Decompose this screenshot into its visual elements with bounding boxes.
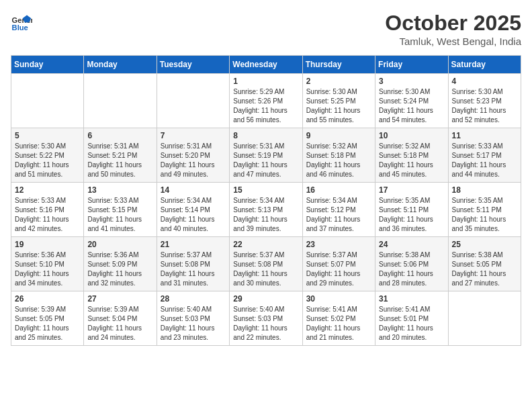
day-number: 25 xyxy=(452,240,517,249)
day-cell: 25Sunrise: 5:38 AM Sunset: 5:05 PM Dayli… xyxy=(448,237,521,291)
day-info: Sunrise: 5:37 AM Sunset: 5:08 PM Dayligh… xyxy=(233,250,298,288)
weekday-header-tuesday: Tuesday xyxy=(157,56,229,74)
day-info: Sunrise: 5:34 AM Sunset: 5:13 PM Dayligh… xyxy=(233,196,298,234)
day-info: Sunrise: 5:31 AM Sunset: 5:21 PM Dayligh… xyxy=(87,142,152,179)
day-info: Sunrise: 5:33 AM Sunset: 5:16 PM Dayligh… xyxy=(15,196,80,234)
day-info: Sunrise: 5:30 AM Sunset: 5:23 PM Dayligh… xyxy=(452,87,517,125)
day-number: 21 xyxy=(161,240,226,249)
day-cell: 19Sunrise: 5:36 AM Sunset: 5:10 PM Dayli… xyxy=(11,237,84,291)
day-info: Sunrise: 5:37 AM Sunset: 5:08 PM Dayligh… xyxy=(161,250,226,288)
page-header: General Blue October 2025 Tamluk, West B… xyxy=(11,11,521,47)
day-number: 22 xyxy=(233,240,298,249)
day-info: Sunrise: 5:38 AM Sunset: 5:05 PM Dayligh… xyxy=(452,250,517,288)
day-info: Sunrise: 5:36 AM Sunset: 5:09 PM Dayligh… xyxy=(87,250,152,288)
day-cell: 28Sunrise: 5:40 AM Sunset: 5:03 PM Dayli… xyxy=(157,291,229,346)
day-cell: 3Sunrise: 5:30 AM Sunset: 5:24 PM Daylig… xyxy=(375,74,448,128)
day-info: Sunrise: 5:39 AM Sunset: 5:04 PM Dayligh… xyxy=(87,305,152,342)
day-info: Sunrise: 5:30 AM Sunset: 5:24 PM Dayligh… xyxy=(379,87,444,125)
day-cell: 5Sunrise: 5:30 AM Sunset: 5:22 PM Daylig… xyxy=(11,128,84,183)
day-number: 20 xyxy=(87,240,152,249)
day-info: Sunrise: 5:41 AM Sunset: 5:02 PM Dayligh… xyxy=(306,305,371,342)
day-cell: 15Sunrise: 5:34 AM Sunset: 5:13 PM Dayli… xyxy=(230,183,302,237)
day-cell: 27Sunrise: 5:39 AM Sunset: 5:04 PM Dayli… xyxy=(84,291,157,346)
day-number: 8 xyxy=(233,131,298,140)
day-cell: 10Sunrise: 5:32 AM Sunset: 5:18 PM Dayli… xyxy=(375,128,448,183)
day-info: Sunrise: 5:34 AM Sunset: 5:12 PM Dayligh… xyxy=(306,196,371,234)
day-cell xyxy=(448,291,521,346)
day-cell: 6Sunrise: 5:31 AM Sunset: 5:21 PM Daylig… xyxy=(84,128,157,183)
day-cell: 26Sunrise: 5:39 AM Sunset: 5:05 PM Dayli… xyxy=(11,291,84,346)
day-number: 9 xyxy=(306,131,371,140)
day-info: Sunrise: 5:33 AM Sunset: 5:17 PM Dayligh… xyxy=(452,142,517,179)
day-number: 14 xyxy=(161,185,226,195)
day-cell: 14Sunrise: 5:34 AM Sunset: 5:14 PM Dayli… xyxy=(157,183,229,237)
day-cell: 16Sunrise: 5:34 AM Sunset: 5:12 PM Dayli… xyxy=(302,183,375,237)
day-cell: 18Sunrise: 5:35 AM Sunset: 5:11 PM Dayli… xyxy=(448,183,521,237)
week-row-2: 5Sunrise: 5:30 AM Sunset: 5:22 PM Daylig… xyxy=(11,128,521,183)
day-info: Sunrise: 5:40 AM Sunset: 5:03 PM Dayligh… xyxy=(161,305,226,342)
day-cell xyxy=(11,74,84,128)
day-number: 19 xyxy=(15,240,80,249)
weekday-header-friday: Friday xyxy=(375,56,448,74)
day-cell xyxy=(84,74,157,128)
day-cell: 11Sunrise: 5:33 AM Sunset: 5:17 PM Dayli… xyxy=(448,128,521,183)
day-number: 12 xyxy=(15,185,80,195)
day-info: Sunrise: 5:36 AM Sunset: 5:10 PM Dayligh… xyxy=(15,250,80,288)
weekday-header-saturday: Saturday xyxy=(448,56,521,74)
day-number: 16 xyxy=(306,185,371,195)
month-title: October 2025 xyxy=(385,11,521,36)
day-cell: 24Sunrise: 5:38 AM Sunset: 5:06 PM Dayli… xyxy=(375,237,448,291)
day-number: 17 xyxy=(379,185,444,195)
day-info: Sunrise: 5:33 AM Sunset: 5:15 PM Dayligh… xyxy=(87,196,152,234)
day-cell: 2Sunrise: 5:30 AM Sunset: 5:25 PM Daylig… xyxy=(302,74,375,128)
day-number: 10 xyxy=(379,131,444,140)
day-number: 11 xyxy=(452,131,517,140)
day-number: 31 xyxy=(379,294,444,304)
day-cell: 30Sunrise: 5:41 AM Sunset: 5:02 PM Dayli… xyxy=(302,291,375,346)
day-cell: 13Sunrise: 5:33 AM Sunset: 5:15 PM Dayli… xyxy=(84,183,157,237)
week-row-3: 12Sunrise: 5:33 AM Sunset: 5:16 PM Dayli… xyxy=(11,183,521,237)
day-cell: 29Sunrise: 5:40 AM Sunset: 5:03 PM Dayli… xyxy=(230,291,302,346)
day-cell: 20Sunrise: 5:36 AM Sunset: 5:09 PM Dayli… xyxy=(84,237,157,291)
day-info: Sunrise: 5:38 AM Sunset: 5:06 PM Dayligh… xyxy=(379,250,444,288)
day-info: Sunrise: 5:40 AM Sunset: 5:03 PM Dayligh… xyxy=(233,305,298,342)
day-info: Sunrise: 5:31 AM Sunset: 5:20 PM Dayligh… xyxy=(161,142,226,179)
day-cell: 9Sunrise: 5:32 AM Sunset: 5:18 PM Daylig… xyxy=(302,128,375,183)
day-number: 4 xyxy=(452,77,517,86)
day-number: 28 xyxy=(161,294,226,304)
logo-icon: General Blue xyxy=(11,11,32,32)
day-cell: 1Sunrise: 5:29 AM Sunset: 5:26 PM Daylig… xyxy=(230,74,302,128)
day-number: 1 xyxy=(233,77,298,86)
day-cell: 31Sunrise: 5:41 AM Sunset: 5:01 PM Dayli… xyxy=(375,291,448,346)
week-row-1: 1Sunrise: 5:29 AM Sunset: 5:26 PM Daylig… xyxy=(11,74,521,128)
day-number: 2 xyxy=(306,77,371,86)
weekday-header-thursday: Thursday xyxy=(302,56,375,74)
day-cell: 7Sunrise: 5:31 AM Sunset: 5:20 PM Daylig… xyxy=(157,128,229,183)
day-info: Sunrise: 5:34 AM Sunset: 5:14 PM Dayligh… xyxy=(161,196,226,234)
day-number: 13 xyxy=(87,185,152,195)
day-number: 7 xyxy=(161,131,226,140)
weekday-header-sunday: Sunday xyxy=(11,56,84,74)
day-number: 18 xyxy=(452,185,517,195)
weekday-header-wednesday: Wednesday xyxy=(230,56,302,74)
week-row-4: 19Sunrise: 5:36 AM Sunset: 5:10 PM Dayli… xyxy=(11,237,521,291)
week-row-5: 26Sunrise: 5:39 AM Sunset: 5:05 PM Dayli… xyxy=(11,291,521,346)
day-cell: 4Sunrise: 5:30 AM Sunset: 5:23 PM Daylig… xyxy=(448,74,521,128)
weekday-header-monday: Monday xyxy=(84,56,157,74)
day-number: 30 xyxy=(306,294,371,304)
location: Tamluk, West Bengal, India xyxy=(385,36,521,47)
day-info: Sunrise: 5:37 AM Sunset: 5:07 PM Dayligh… xyxy=(306,250,371,288)
day-info: Sunrise: 5:35 AM Sunset: 5:11 PM Dayligh… xyxy=(452,196,517,234)
day-info: Sunrise: 5:39 AM Sunset: 5:05 PM Dayligh… xyxy=(15,305,80,342)
day-number: 29 xyxy=(233,294,298,304)
svg-text:Blue: Blue xyxy=(12,24,28,32)
day-cell: 23Sunrise: 5:37 AM Sunset: 5:07 PM Dayli… xyxy=(302,237,375,291)
day-info: Sunrise: 5:31 AM Sunset: 5:19 PM Dayligh… xyxy=(233,142,298,179)
day-cell: 22Sunrise: 5:37 AM Sunset: 5:08 PM Dayli… xyxy=(230,237,302,291)
day-info: Sunrise: 5:41 AM Sunset: 5:01 PM Dayligh… xyxy=(379,305,444,342)
calendar-body: 1Sunrise: 5:29 AM Sunset: 5:26 PM Daylig… xyxy=(11,74,521,346)
day-cell xyxy=(157,74,229,128)
day-info: Sunrise: 5:30 AM Sunset: 5:25 PM Dayligh… xyxy=(306,87,371,125)
day-number: 6 xyxy=(87,131,152,140)
day-number: 23 xyxy=(306,240,371,249)
